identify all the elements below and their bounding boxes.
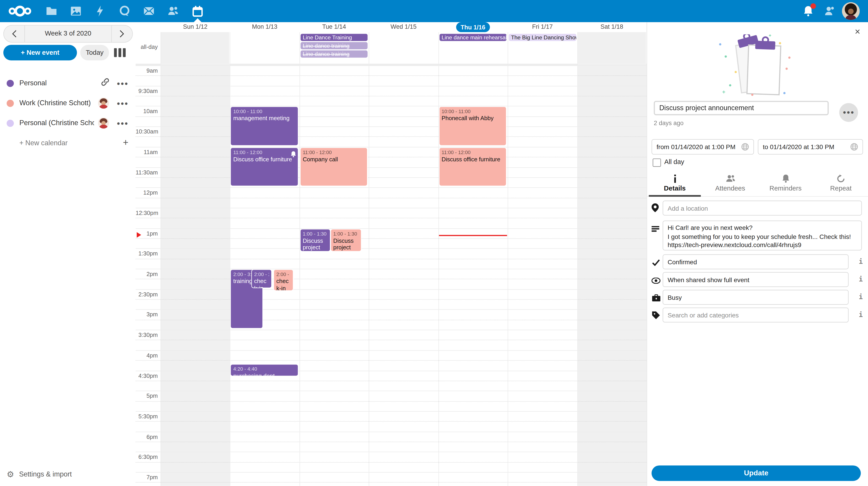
calendar-color-dot xyxy=(6,79,14,87)
calendar-event[interactable]: 4:20 - 4:40purchasing dept xyxy=(230,364,298,376)
start-date-field[interactable]: from 01/14/2020 at 1:00 PM xyxy=(651,139,754,155)
view-switcher-icon[interactable] xyxy=(114,48,125,57)
hour-gridline xyxy=(135,208,647,208)
settings-and-import-button[interactable]: ⚙ Settings & import xyxy=(0,466,72,483)
all-day-cell[interactable] xyxy=(369,32,438,64)
contacts-icon[interactable] xyxy=(166,4,180,18)
calendar-event[interactable]: 2:00 - 2:30check-in xyxy=(251,269,272,288)
timezone-globe-icon[interactable] xyxy=(850,143,858,151)
all-day-cell[interactable]: The Big Line Dancing Show xyxy=(508,32,577,64)
day-column[interactable] xyxy=(508,64,577,486)
calendar-event[interactable]: 11:00 - 12:00Company call xyxy=(300,147,368,186)
location-pin-icon xyxy=(651,203,660,212)
tab-details[interactable]: Details xyxy=(647,173,703,196)
day-header-sat[interactable]: Sat 1/18 xyxy=(577,22,647,32)
all-day-cell[interactable] xyxy=(230,32,299,64)
day-column[interactable] xyxy=(160,64,230,486)
update-button[interactable]: Update xyxy=(651,465,861,481)
all-day-cell[interactable]: Line dance main rehearsal xyxy=(438,32,507,64)
calendar-week-view: Sun 1/12Mon 1/13Tue 1/14Wed 1/15Thu 1/16… xyxy=(135,22,647,486)
week-navigation: Week 3 of 2020 xyxy=(3,25,133,42)
hour-gridline xyxy=(135,269,647,269)
all-day-cell[interactable]: Line Dance TrainingLine dance trainingLi… xyxy=(300,32,368,64)
calendar-list-item[interactable]: Work (Christine Schott)●●● xyxy=(0,93,135,113)
calendar-list-item[interactable]: Personal (Christine Scho…●●● xyxy=(0,113,135,133)
mail-icon[interactable] xyxy=(142,4,156,18)
day-header-wed[interactable]: Wed 1/15 xyxy=(369,22,438,32)
calendar-icon[interactable] xyxy=(191,4,204,18)
calendar-event[interactable]: 2:00 - 2:30check-in xyxy=(274,269,293,291)
event-title-input[interactable] xyxy=(654,101,829,115)
timezone-globe-icon[interactable] xyxy=(741,143,749,151)
calendar-event[interactable]: 11:00 - 12:00Discuss office furniture xyxy=(230,147,298,186)
photos-icon[interactable] xyxy=(69,4,83,18)
tag-icon xyxy=(651,311,660,321)
info-icon: i xyxy=(857,311,864,319)
today-button[interactable]: Today xyxy=(80,45,109,60)
calendar-menu-icon[interactable]: ●●● xyxy=(117,100,128,106)
info-icon: i xyxy=(857,293,864,301)
next-week-button[interactable] xyxy=(112,26,132,42)
calendar-menu-icon[interactable]: ●●● xyxy=(117,120,128,126)
all-day-event[interactable]: Line dance main rehearsal xyxy=(439,34,506,41)
previous-week-button[interactable] xyxy=(4,26,24,42)
location-input[interactable] xyxy=(662,201,862,216)
time-axis-label: 6:30pm xyxy=(135,453,158,460)
calendar-event[interactable]: 10:00 - 11:00management meeting xyxy=(230,107,298,145)
tab-repeat[interactable]: Repeat xyxy=(813,173,868,196)
time-axis-label: 6pm xyxy=(135,433,158,439)
status-input[interactable] xyxy=(662,308,848,322)
all-day-event[interactable]: The Big Line Dancing Show xyxy=(509,34,576,41)
notifications-bell-icon[interactable] xyxy=(802,4,815,18)
new-event-button[interactable]: + New event xyxy=(3,45,77,60)
day-header-row: Sun 1/12Mon 1/13Tue 1/14Wed 1/15Thu 1/16… xyxy=(135,22,647,32)
day-column[interactable] xyxy=(300,64,369,486)
folder-icon[interactable] xyxy=(45,4,58,18)
share-link-icon[interactable] xyxy=(101,78,109,88)
header-contacts-icon[interactable] xyxy=(823,4,837,18)
status-input[interactable] xyxy=(662,254,848,269)
calendar-list-item[interactable]: Personal●●● xyxy=(0,73,135,93)
all-day-cell[interactable] xyxy=(577,32,646,64)
event-actions-button[interactable]: ●●● xyxy=(839,103,858,122)
calendar-menu-icon[interactable]: ●●● xyxy=(117,80,128,86)
quarter-gridline xyxy=(135,340,647,340)
calendar-list: Personal●●●Work (Christine Schott)●●●Per… xyxy=(0,73,135,153)
tab-attendees[interactable]: Attendees xyxy=(703,173,758,196)
all-day-event[interactable]: Line dance training xyxy=(301,42,368,49)
all-day-event[interactable]: Line dance training xyxy=(301,51,368,58)
end-date-field[interactable]: to 01/14/2020 at 1:30 PM xyxy=(758,139,863,155)
all-day-cell[interactable] xyxy=(160,32,229,64)
eye-icon xyxy=(651,276,660,286)
tab-reminders[interactable]: Reminders xyxy=(758,173,813,196)
day-header-tue[interactable]: Tue 1/14 xyxy=(300,22,369,32)
day-column[interactable] xyxy=(369,64,438,486)
day-header-mon[interactable]: Mon 1/13 xyxy=(230,22,299,32)
status-input[interactable] xyxy=(662,272,848,287)
calendar-event[interactable]: 10:00 - 11:00Phonecall with Abby xyxy=(439,107,506,145)
user-avatar[interactable] xyxy=(842,2,860,20)
status-input[interactable] xyxy=(662,290,848,305)
day-column[interactable] xyxy=(577,64,647,486)
all-day-checkbox[interactable] xyxy=(653,159,661,167)
quarter-gridline xyxy=(135,157,647,157)
hour-gridline xyxy=(135,167,647,167)
hour-gridline xyxy=(135,65,647,66)
quarter-gridline xyxy=(135,116,647,117)
day-header-sun[interactable]: Sun 1/12 xyxy=(160,22,230,32)
all-day-event[interactable]: Line Dance Training xyxy=(301,34,368,41)
hour-gridline xyxy=(135,228,647,229)
day-header-fri[interactable]: Fri 1/17 xyxy=(508,22,577,32)
calendar-event[interactable]: 11:00 - 12:00Discuss office furniture xyxy=(439,147,506,186)
day-header-thu[interactable]: Thu 1/16 xyxy=(438,22,508,32)
description-textarea[interactable]: Hi Carl! are you in next week? I got som… xyxy=(662,221,862,251)
new-calendar-button[interactable]: + New calendar+ xyxy=(0,133,135,153)
lightning-icon[interactable] xyxy=(94,4,107,18)
calendar-event[interactable]: 1:00 - 1:30Discuss project announcement xyxy=(300,229,330,251)
quarter-gridline xyxy=(135,279,647,280)
owner-avatar xyxy=(98,97,109,109)
calendar-event[interactable]: 1:00 - 1:30Discuss project xyxy=(331,229,362,251)
time-axis-label: 11am xyxy=(135,148,158,155)
week-label[interactable]: Week 3 of 2020 xyxy=(24,26,112,42)
talk-icon[interactable] xyxy=(118,4,131,18)
